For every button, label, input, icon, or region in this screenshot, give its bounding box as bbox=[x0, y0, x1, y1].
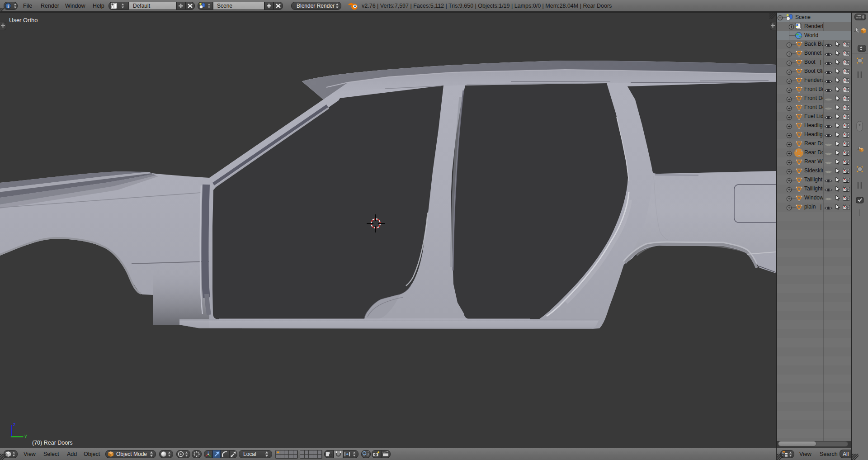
svg-text:i: i bbox=[8, 4, 9, 9]
svg-text:z: z bbox=[13, 422, 16, 427]
svg-text:(70) Rear Doors: (70) Rear Doors bbox=[32, 440, 73, 446]
svg-text:User Ortho: User Ortho bbox=[9, 17, 38, 24]
svg-text:y: y bbox=[24, 433, 27, 438]
